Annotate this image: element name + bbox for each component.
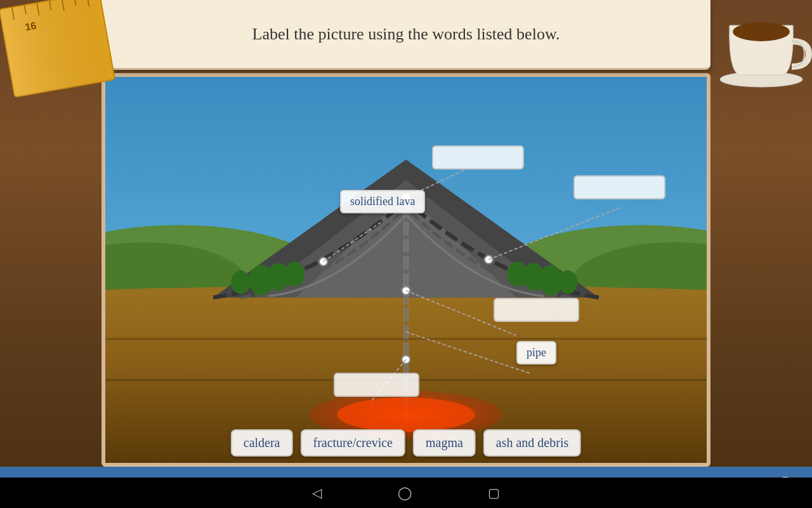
word-chip-ash-and-debris[interactable]: ash and debris: [483, 429, 581, 457]
svg-point-27: [558, 271, 577, 294]
android-nav-bar: ◁ ◯ ▢: [0, 478, 812, 508]
instruction-area: Label the picture using the words listed…: [102, 0, 710, 70]
main-content-frame: solidified lava pipe caldera fracture/cr…: [102, 73, 710, 467]
label-pipe[interactable]: pipe: [516, 341, 556, 364]
coffee-cup-decoration: [698, 0, 812, 89]
word-chip-magma[interactable]: magma: [413, 429, 476, 457]
android-recents-button[interactable]: ▢: [488, 485, 500, 500]
svg-point-26: [508, 262, 528, 286]
word-chip-fracture-crevice[interactable]: fracture/crevice: [300, 429, 405, 457]
ruler-decoration: 16: [0, 0, 140, 102]
instruction-text: Label the picture using the words listed…: [252, 25, 560, 44]
svg-point-31: [337, 398, 475, 432]
svg-point-11: [733, 22, 790, 41]
svg-point-36: [402, 356, 410, 364]
empty-label-top[interactable]: [432, 145, 524, 170]
empty-label-left[interactable]: [334, 373, 419, 397]
volcano-scene: solidified lava pipe caldera fracture/cr…: [105, 77, 707, 463]
svg-text:16: 16: [24, 20, 37, 32]
app-container: 16 Label the picture using the words: [0, 0, 812, 508]
svg-point-22: [284, 262, 305, 286]
volcano-svg-scene: [105, 77, 707, 463]
android-home-button[interactable]: ◯: [398, 485, 412, 500]
svg-point-35: [402, 286, 410, 295]
label-solidified-lava[interactable]: solidified lava: [340, 190, 425, 213]
word-chip-caldera[interactable]: caldera: [231, 429, 293, 457]
empty-label-right[interactable]: [573, 175, 665, 199]
svg-point-23: [231, 271, 250, 294]
empty-label-middle[interactable]: [494, 298, 579, 322]
android-back-button[interactable]: ◁: [312, 485, 322, 500]
word-bank: caldera fracture/crevice magma ash and d…: [231, 429, 581, 457]
